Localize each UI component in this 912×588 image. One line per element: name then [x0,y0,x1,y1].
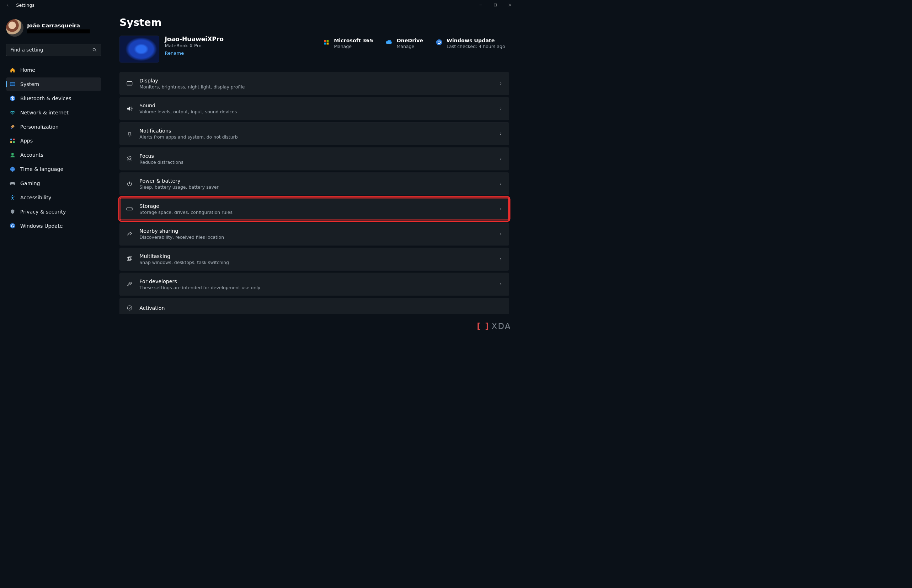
update-icon [9,223,16,229]
back-button[interactable] [4,1,12,9]
setting-row-power[interactable]: Power & batterySleep, battery usage, bat… [120,172,509,195]
sidebar-item-apps[interactable]: Apps [6,134,101,148]
setting-row-activation[interactable]: Activation [120,298,509,314]
check-circle-icon [126,304,134,312]
svg-rect-29 [128,257,132,260]
sidebar-item-label: Privacy & security [20,208,66,215]
accessibility-icon [9,194,16,201]
multitasking-icon [126,255,134,263]
chevron-right-icon [499,207,503,212]
setting-row-sound[interactable]: SoundVolume levels, output, input, sound… [120,97,509,120]
storage-icon [126,205,134,213]
quick-card-title: Microsoft 365 [334,38,373,44]
svg-rect-19 [324,43,326,45]
quick-card-sub: Manage [397,44,423,49]
sidebar-item-home[interactable]: Home [6,63,101,77]
sidebar-item-privacy[interactable]: Privacy & security [6,205,101,218]
microsoft-365-icon [322,38,330,46]
svg-point-27 [131,208,132,209]
close-button[interactable] [503,0,517,10]
rename-link[interactable]: Rename [165,50,184,56]
row-title: Focus [139,153,499,159]
setting-row-storage[interactable]: StorageStorage space, drives, configurat… [120,197,509,221]
sidebar-item-personalization[interactable]: Personalization [6,120,101,134]
bluetooth-icon [9,95,16,102]
svg-rect-10 [13,139,15,141]
wifi-icon [9,109,16,115]
user-block[interactable]: João Carrasqueira [6,19,101,37]
sidebar-item-bluetooth[interactable]: Bluetooth & devices [6,92,101,105]
svg-rect-20 [327,43,329,45]
row-title: Display [139,78,499,84]
sidebar-item-gaming[interactable]: Gaming [6,176,101,190]
avatar [6,19,23,37]
quick-card-m365[interactable]: Microsoft 365Manage [322,38,373,49]
wrench-icon [126,280,134,288]
row-desc: Sleep, battery usage, battery saver [139,185,499,190]
sidebar-item-label: Network & internet [20,110,69,115]
svg-rect-9 [10,139,12,141]
setting-row-focus[interactable]: FocusReduce distractions [120,147,509,171]
setting-row-display[interactable]: DisplayMonitors, brightness, night light… [120,72,509,95]
row-desc: Monitors, brightness, night light, displ… [139,84,499,89]
svg-point-4 [93,48,95,51]
bell-icon [126,130,134,138]
minimize-button[interactable] [474,0,488,10]
row-title: For developers [139,278,499,284]
sidebar-item-accounts[interactable]: Accounts [6,148,101,162]
sidebar-item-label: Gaming [20,181,40,187]
quick-card-windows-update[interactable]: Windows UpdateLast checked: 4 hours ago [435,38,505,49]
setting-row-notifications[interactable]: NotificationsAlerts from apps and system… [120,122,509,145]
sidebar-item-network[interactable]: Network & internet [6,106,101,120]
search-icon [92,48,97,53]
row-title: Nearby sharing [139,228,499,234]
setting-row-nearby-sharing[interactable]: Nearby sharingDiscoverability, received … [120,223,509,246]
sidebar-item-label: Bluetooth & devices [20,95,71,101]
maximize-icon [494,3,497,7]
home-icon [9,67,16,73]
share-icon [126,230,134,238]
chevron-right-icon [499,81,503,86]
row-title: Sound [139,103,499,109]
focus-icon [126,155,134,163]
search-input[interactable] [10,47,92,53]
quick-card-title: Windows Update [447,38,505,44]
globe-clock-icon [9,166,16,172]
maximize-button[interactable] [488,0,503,10]
row-desc: Volume levels, output, input, sound devi… [139,110,499,115]
sidebar-item-label: Accessibility [20,194,52,200]
sidebar-item-label: Accounts [20,152,44,158]
sidebar-item-system[interactable]: System [6,78,101,91]
chevron-right-icon [499,181,503,186]
titlebar: Settings [0,0,520,10]
quick-card-sub: Manage [334,44,373,49]
nav: Home System Bluetooth & devices Network … [6,63,101,233]
svg-point-31 [131,284,132,284]
row-desc: These settings are intended for developm… [139,285,499,290]
sidebar-item-accessibility[interactable]: Accessibility [6,191,101,204]
svg-rect-1 [494,4,497,6]
sidebar-item-label: Personalization [20,124,59,130]
system-icon [9,81,16,87]
close-icon [508,3,512,7]
quick-card-sub: Last checked: 4 hours ago [447,44,505,49]
bracket-icon: [ ] [477,321,489,331]
quick-cards: Microsoft 365Manage OneDriveManage Windo… [322,36,511,49]
shield-icon [9,208,16,215]
sidebar-item-label: System [20,81,39,87]
sidebar-item-label: Home [20,67,35,73]
search-box[interactable] [6,44,101,56]
setting-row-for-developers[interactable]: For developersThese settings are intende… [120,273,509,296]
sidebar-item-windows-update[interactable]: Windows Update [6,219,101,233]
setting-row-multitasking[interactable]: MultitaskingSnap windows, desktops, task… [120,248,509,271]
display-icon [126,79,134,87]
quick-card-onedrive[interactable]: OneDriveManage [386,38,423,49]
window-title: Settings [16,3,34,8]
minimize-icon [479,3,483,7]
svg-rect-22 [127,82,132,85]
sidebar-item-label: Apps [20,138,33,144]
chevron-right-icon [499,107,503,111]
sidebar-item-time-language[interactable]: Time & language [6,162,101,176]
row-desc: Storage space, drives, configuration rul… [139,210,499,215]
paintbrush-icon [9,123,16,130]
